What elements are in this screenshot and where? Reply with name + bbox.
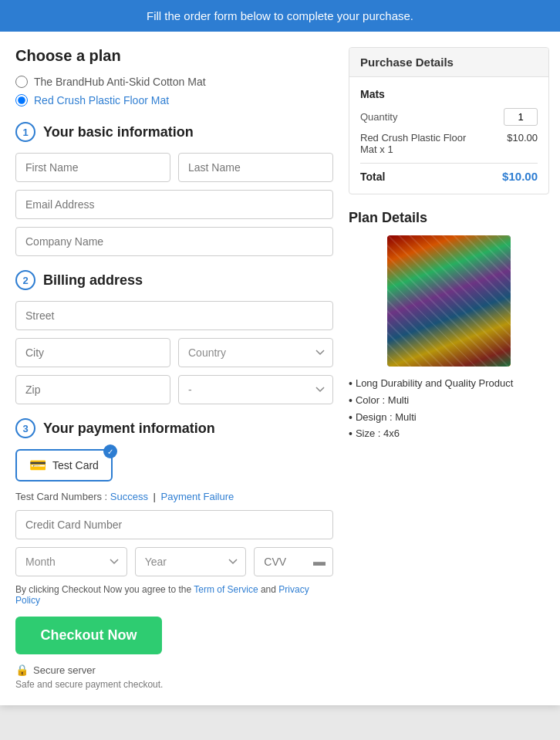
card-option-wrapper: 💳 Test Card ✓ [15, 449, 333, 482]
total-row: Total $10.00 [360, 170, 538, 183]
street-row [15, 301, 333, 330]
total-value: $10.00 [502, 170, 538, 183]
zip-input[interactable] [15, 375, 170, 404]
plan-option-2[interactable]: Red Crush Plastic Floor Mat [15, 94, 333, 106]
first-name-input[interactable] [15, 153, 170, 182]
country-select[interactable]: Country [178, 338, 333, 367]
test-card-info: Test Card Numbers : Success | Payment Fa… [15, 491, 333, 502]
city-country-row: Country [15, 338, 333, 367]
company-row [15, 227, 333, 256]
plan-feature-item: Size : 4x6 [349, 427, 549, 441]
quantity-label: Quantity [360, 111, 397, 123]
top-banner: Fill the order form below to complete yo… [0, 0, 560, 32]
plan-feature-item: Design : Multi [349, 411, 549, 424]
card-option-label: Test Card [52, 459, 99, 471]
failure-link[interactable]: Payment Failure [161, 491, 234, 502]
total-label: Total [360, 171, 385, 183]
email-row [15, 190, 333, 219]
item-name: Red Crush Plastic Floor Mat x 1 [360, 132, 484, 155]
pd-divider [360, 163, 538, 164]
plan-feature-item: Color : Multi [349, 394, 549, 407]
step2-title: Billing address [43, 272, 143, 289]
plan-radio-1[interactable] [15, 76, 28, 88]
tos-link[interactable]: Term of Service [194, 584, 258, 595]
secure-info: 🔒 Secure server [15, 664, 333, 676]
step2-header: 2 Billing address [15, 270, 333, 290]
pd-section-mats: Mats [360, 88, 538, 100]
step3-section: 3 Your payment information 💳 Test Card ✓… [15, 418, 333, 576]
plan-2-label: Red Crush Plastic Floor Mat [34, 94, 169, 106]
zip-state-row: - [15, 375, 333, 404]
year-select[interactable]: Year 202420252026 20272028 [135, 547, 247, 576]
street-input[interactable] [15, 301, 333, 330]
state-select[interactable]: - [178, 375, 333, 404]
name-row [15, 153, 333, 182]
step1-section: 1 Your basic information [15, 122, 333, 256]
purchase-details-header: Purchase Details [349, 48, 548, 77]
right-column: Purchase Details Mats Quantity Red Crush… [349, 47, 549, 690]
step3-header: 3 Your payment information [15, 418, 333, 438]
plan-feature-item: Long Durability and Quality Product [349, 377, 549, 390]
card-selected-check: ✓ [103, 444, 117, 458]
test-card-option[interactable]: 💳 Test Card ✓ [15, 449, 113, 482]
left-column: Choose a plan The BrandHub Anti-Skid Cot… [15, 47, 349, 690]
company-input[interactable] [15, 227, 333, 256]
quantity-input[interactable] [504, 108, 538, 126]
email-input[interactable] [15, 190, 333, 219]
last-name-input[interactable] [178, 153, 333, 182]
secure-label: Secure server [33, 664, 96, 676]
cc-number-input[interactable] [15, 510, 333, 539]
step3-title: Your payment information [43, 421, 215, 437]
banner-text: Fill the order form below to complete yo… [147, 9, 413, 22]
terms-text: By clicking Checkout Now you agree to th… [15, 584, 333, 606]
plan-1-label: The BrandHub Anti-Skid Cotton Mat [34, 76, 206, 88]
choose-plan-title: Choose a plan [15, 47, 333, 65]
plan-option-1[interactable]: The BrandHub Anti-Skid Cotton Mat [15, 76, 333, 88]
item-row: Red Crush Plastic Floor Mat x 1 $10.00 [360, 132, 538, 155]
month-select[interactable]: Month 010203 040506 070809 101112 [15, 547, 127, 576]
step1-title: Your basic information [43, 124, 194, 140]
city-input[interactable] [15, 338, 170, 367]
quantity-row: Quantity [360, 108, 538, 126]
plan-details-section: Plan Details Long Durability and Quality… [349, 210, 549, 441]
mat-image-inner [387, 235, 511, 367]
success-link[interactable]: Success [110, 491, 148, 502]
cvv-wrapper: ▬ [254, 547, 333, 576]
choose-plan-section: Choose a plan The BrandHub Anti-Skid Cot… [15, 47, 333, 106]
purchase-details-box: Purchase Details Mats Quantity Red Crush… [349, 47, 549, 194]
credit-card-icon: 💳 [29, 457, 46, 474]
plan-feature-list: Long Durability and Quality ProductColor… [349, 377, 549, 441]
cc-expiry-row: Month 010203 040506 070809 101112 Year 2… [15, 547, 333, 576]
cvv-card-icon: ▬ [313, 555, 326, 569]
plan-radio-2[interactable] [15, 94, 28, 106]
plan-details-title: Plan Details [349, 210, 549, 226]
step1-circle: 1 [15, 122, 35, 142]
cc-number-row [15, 510, 333, 539]
step2-circle: 2 [15, 270, 35, 290]
checkout-button[interactable]: Checkout Now [15, 617, 162, 654]
lock-icon: 🔒 [15, 664, 29, 676]
step3-circle: 3 [15, 418, 35, 438]
safe-text: Safe and secure payment checkout. [15, 679, 333, 690]
mat-image [387, 235, 511, 367]
step1-header: 1 Your basic information [15, 122, 333, 142]
step2-section: 2 Billing address Country - [15, 270, 333, 404]
purchase-details-body: Mats Quantity Red Crush Plastic Floor Ma… [349, 77, 548, 194]
item-price: $10.00 [507, 132, 538, 155]
